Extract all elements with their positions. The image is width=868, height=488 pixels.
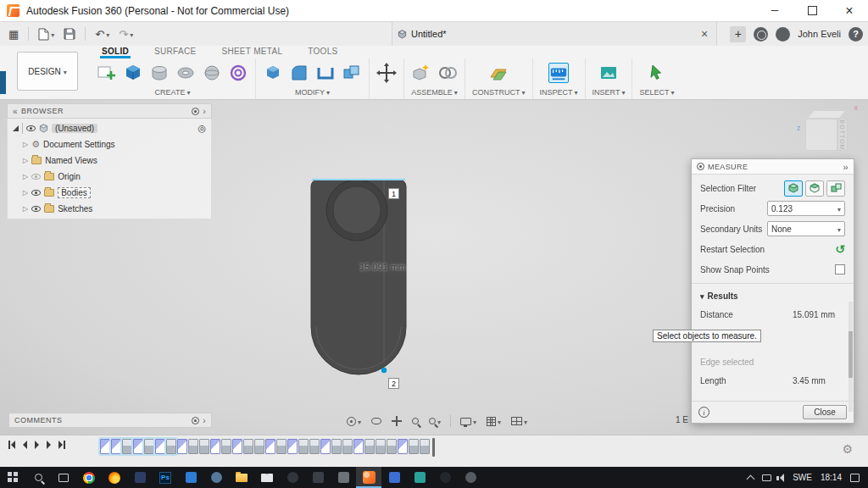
timeline-feature-extrude[interactable] [309, 439, 320, 454]
zoom-tool-button[interactable] [409, 413, 422, 429]
viewcube[interactable]: BOTTOM x z [804, 108, 856, 161]
selected-point[interactable] [381, 368, 387, 373]
select-tool-button[interactable] [647, 63, 667, 83]
step-forward-button[interactable] [47, 441, 51, 449]
taskbar-app-blue-button[interactable] [178, 467, 203, 488]
timeline-feature-sketch[interactable] [398, 439, 408, 454]
shell-button[interactable] [315, 63, 336, 83]
document-tab[interactable]: Untitled* [398, 29, 447, 39]
taskbar-app-blue2-button[interactable] [381, 467, 407, 488]
show-snap-points-checkbox[interactable] [835, 264, 845, 274]
timeline-feature-sketch[interactable] [353, 439, 364, 454]
timeline-feature-extrude[interactable] [199, 439, 209, 454]
taskbar-app-dark2-button[interactable] [305, 467, 331, 488]
dialog-scrollbar[interactable] [849, 302, 853, 412]
visibility-eye-icon[interactable] [31, 206, 41, 212]
maximize-button[interactable] [793, 0, 831, 21]
go-to-start-button[interactable] [8, 441, 15, 449]
tab-solid[interactable]: SOLID [100, 46, 131, 58]
taskbar-fusion-360-button[interactable] [356, 467, 381, 488]
timeline-feature-extrude[interactable] [221, 439, 231, 454]
timeline-feature-extrude[interactable] [376, 439, 386, 454]
timeline-feature-sketch[interactable] [133, 439, 143, 454]
timeline-feature-sketch[interactable] [232, 439, 242, 454]
avatar[interactable] [776, 27, 790, 42]
minimize-button[interactable] [756, 0, 793, 21]
scrollbar-thumb[interactable] [849, 331, 853, 378]
close-dialog-button[interactable]: Close [803, 405, 847, 419]
taskbar-app-teal-button[interactable] [407, 467, 432, 488]
tray-expand-icon[interactable] [747, 474, 755, 483]
taskbar-photoshop-button[interactable]: Ps [153, 467, 178, 488]
expand-dialog-icon[interactable] [843, 162, 849, 172]
tree-row-bodies[interactable]: Bodies [8, 185, 211, 201]
model-body[interactable] [299, 169, 418, 385]
timeline-feature-sketch[interactable] [177, 439, 187, 454]
insert-group-label[interactable]: INSERT [593, 88, 626, 97]
speaker-icon[interactable] [780, 474, 784, 482]
press-pull-button[interactable] [263, 63, 283, 83]
timeline-feature-sketch[interactable] [100, 439, 110, 454]
secondary-units-select[interactable]: None [767, 221, 845, 236]
timeline-feature-sketch[interactable] [111, 439, 121, 454]
filter-body-button[interactable] [784, 180, 803, 197]
taskbar-start-button[interactable] [0, 467, 25, 488]
save-button[interactable] [64, 28, 75, 40]
viewports-button[interactable] [508, 413, 531, 429]
tree-row-sketches[interactable]: Sketches [8, 201, 211, 217]
joint-button[interactable] [437, 63, 458, 83]
look-at-button[interactable] [368, 413, 385, 429]
display-settings-button[interactable] [457, 413, 480, 429]
visibility-eye-icon[interactable] [26, 125, 36, 131]
timeline-feature-extrude[interactable] [331, 439, 342, 454]
taskbar-task-view-button[interactable] [51, 467, 76, 488]
activate-component-radio[interactable] [198, 123, 206, 134]
collapse-results-icon[interactable] [700, 291, 704, 301]
tab-sheet-metal[interactable]: SHEET METAL [220, 46, 284, 58]
taskbar-search-button[interactable] [25, 467, 51, 488]
browser-header[interactable]: BROWSER [7, 103, 212, 119]
timeline-feature-extrude[interactable] [243, 439, 253, 454]
design-workspace-selector[interactable]: DESIGN [17, 52, 78, 91]
viewcube-side-face[interactable]: BOTTOM [837, 119, 848, 151]
taskbar-app-dark-button[interactable] [280, 467, 305, 488]
measure-dialog-header[interactable]: MEASURE [692, 159, 854, 175]
filter-face-button[interactable] [826, 180, 845, 197]
network-icon[interactable] [762, 474, 771, 481]
pan-tool-button[interactable] [388, 413, 405, 429]
taskbar-file-explorer-button[interactable] [229, 467, 254, 488]
close-window-button[interactable] [831, 0, 868, 21]
timeline-feature-sketch[interactable] [210, 439, 220, 454]
timeline-feature-extrude[interactable] [122, 439, 132, 454]
panel-collapse-icon[interactable] [203, 416, 206, 425]
clock[interactable]: 18:14 [821, 473, 842, 482]
combine-button[interactable] [342, 63, 362, 83]
timeline-feature-sketch[interactable] [320, 439, 331, 454]
viewcube-top-face[interactable] [807, 110, 846, 119]
fit-zoom-button[interactable] [426, 413, 444, 429]
tab-tools[interactable]: TOOLS [306, 46, 339, 58]
insert-button[interactable] [598, 63, 619, 83]
notification-center-icon[interactable] [850, 474, 860, 482]
timeline-feature-extrude[interactable] [144, 439, 154, 454]
step-back-button[interactable] [23, 441, 27, 449]
taskbar-firefox-button[interactable] [102, 467, 127, 488]
expander-closed-icon[interactable] [23, 173, 28, 180]
comments-header[interactable]: COMMENTS [8, 413, 212, 428]
model-ring-inner[interactable] [333, 186, 381, 234]
measure-tool-button[interactable] [548, 63, 569, 83]
timeline-feature-extrude[interactable] [387, 439, 397, 454]
results-section-header[interactable]: Results [692, 287, 854, 304]
create-group-label[interactable]: CREATE [155, 88, 191, 97]
construct-group-label[interactable]: CONSTRUCT [472, 88, 526, 97]
panel-collapse-icon[interactable] [203, 107, 206, 116]
timeline-feature-extrude[interactable] [254, 439, 264, 454]
expander-closed-icon[interactable] [23, 205, 28, 213]
taskbar-mail-button[interactable] [254, 467, 280, 488]
timeline-feature-extrude[interactable] [342, 439, 353, 454]
timeline-feature-sketch[interactable] [287, 439, 298, 454]
create-sketch-button[interactable] [97, 63, 117, 83]
taskbar-app-navy-button[interactable] [127, 467, 153, 488]
new-component-button[interactable] [411, 63, 431, 83]
timeline-settings-gear-icon[interactable]: ⚙ [842, 442, 853, 456]
